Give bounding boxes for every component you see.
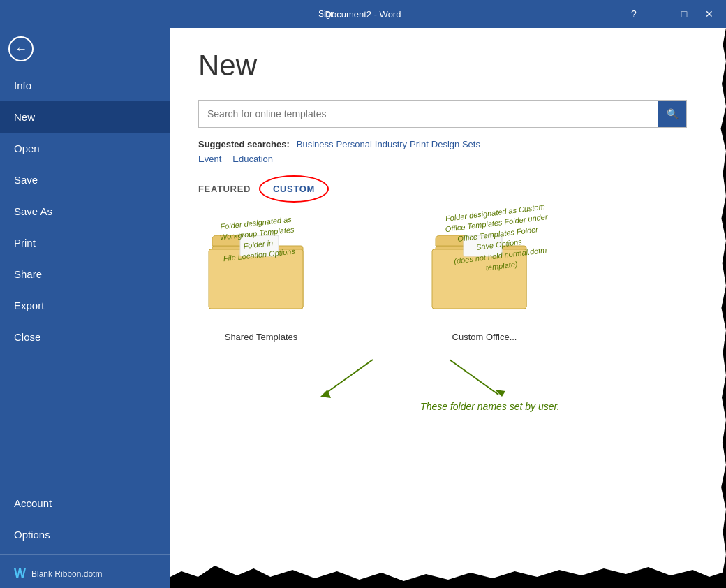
custom-office-folder[interactable]: Folder designated as CustomOffice Templa… — [408, 214, 561, 342]
maximize-button[interactable]: □ — [674, 4, 694, 24]
svg-rect-5 — [464, 235, 502, 256]
sidebar-item-save[interactable]: Save — [0, 164, 170, 196]
shared-folder-icon — [205, 228, 317, 319]
svg-rect-1 — [209, 249, 303, 309]
tabs-row: FEATURED CUSTOM — [198, 178, 698, 200]
search-input[interactable] — [199, 101, 658, 127]
sidebar-item-open[interactable]: Open — [0, 133, 170, 164]
arrows-area: These folder names set by user. — [198, 356, 698, 412]
sidebar-item-options[interactable]: Options — [0, 519, 170, 550]
recent-doc-item[interactable]: W Blank Ribbon.dotm — [0, 559, 170, 588]
custom-office-label: Custom Office... — [452, 332, 517, 342]
recent-doc-label: Blank Ribbon.dotm — [31, 569, 102, 579]
help-button[interactable]: ? — [624, 4, 644, 24]
back-icon: ← — [8, 36, 34, 61]
bottom-note: These folder names set by user. — [420, 401, 559, 412]
templates-area: Folder designated asWorkgroup TemplatesF… — [198, 214, 698, 342]
shared-templates-label: Shared Templates — [225, 332, 298, 342]
suggested-label: Suggested searches: — [198, 139, 290, 149]
sidebar-bottom: Account Options W Blank Ribbon.dotm — [0, 478, 170, 588]
suggested-design-sets[interactable]: Design Sets — [431, 139, 480, 149]
sidebar-item-info[interactable]: Info — [0, 70, 170, 101]
page-title: New — [198, 49, 698, 82]
tab-custom[interactable]: CUSTOM — [262, 178, 326, 200]
sidebar: ← Info New Open Save Save As Print — [0, 28, 170, 588]
window-controls: ? — □ ✕ — [624, 4, 719, 24]
suggested-education[interactable]: Education — [232, 154, 273, 164]
main-content: New 🔍 Suggested searches: Business Perso… — [170, 28, 726, 588]
tab-custom-wrapper: CUSTOM — [262, 178, 326, 200]
tab-featured[interactable]: FEATURED — [198, 178, 262, 200]
close-button[interactable]: ✕ — [699, 4, 719, 24]
minimize-button[interactable]: — — [649, 4, 669, 24]
svg-rect-2 — [240, 235, 279, 256]
app-container: ← Info New Open Save Save As Print — [0, 28, 726, 588]
sidebar-item-print[interactable]: Print — [0, 227, 170, 258]
suggested-searches-row1: Suggested searches: Business Personal In… — [198, 139, 698, 149]
sidebar-item-export[interactable]: Export — [0, 290, 170, 321]
search-icon: 🔍 — [667, 108, 679, 119]
suggested-print[interactable]: Print — [410, 139, 429, 149]
search-bar: 🔍 — [198, 100, 687, 128]
sidebar-item-close[interactable]: Close — [0, 321, 170, 353]
main-inner: New 🔍 Suggested searches: Business Perso… — [170, 28, 726, 588]
suggested-business[interactable]: Business — [297, 139, 334, 149]
sidebar-divider-1 — [0, 483, 170, 483]
sidebar-item-saveas[interactable]: Save As — [0, 196, 170, 227]
custom-folder-icon — [429, 228, 540, 319]
svg-line-6 — [324, 360, 373, 395]
sidebar-nav: Info New Open Save Save As Print Share E… — [0, 70, 170, 478]
sidebar-item-account[interactable]: Account — [0, 487, 170, 519]
suggested-event[interactable]: Event — [198, 154, 221, 164]
back-button[interactable]: ← — [0, 28, 42, 70]
word-doc-icon: W — [14, 566, 26, 581]
suggested-personal[interactable]: Personal — [336, 139, 372, 149]
sidebar-divider-2 — [0, 554, 170, 555]
arrows-svg — [254, 356, 603, 405]
sidebar-item-share[interactable]: Share — [0, 258, 170, 290]
suggested-industry[interactable]: Industry — [375, 139, 407, 149]
shared-templates-folder[interactable]: Folder designated asWorkgroup TemplatesF… — [198, 214, 324, 342]
window-title: Document2 - Word — [325, 9, 401, 20]
svg-rect-4 — [432, 249, 526, 309]
search-button[interactable]: 🔍 — [658, 101, 686, 127]
sidebar-item-new[interactable]: New — [0, 101, 170, 133]
title-bar: Document2 - Word Sign ? — □ ✕ — [0, 0, 726, 28]
svg-line-8 — [450, 360, 498, 395]
suggested-searches-row2: Event Education — [198, 154, 698, 164]
